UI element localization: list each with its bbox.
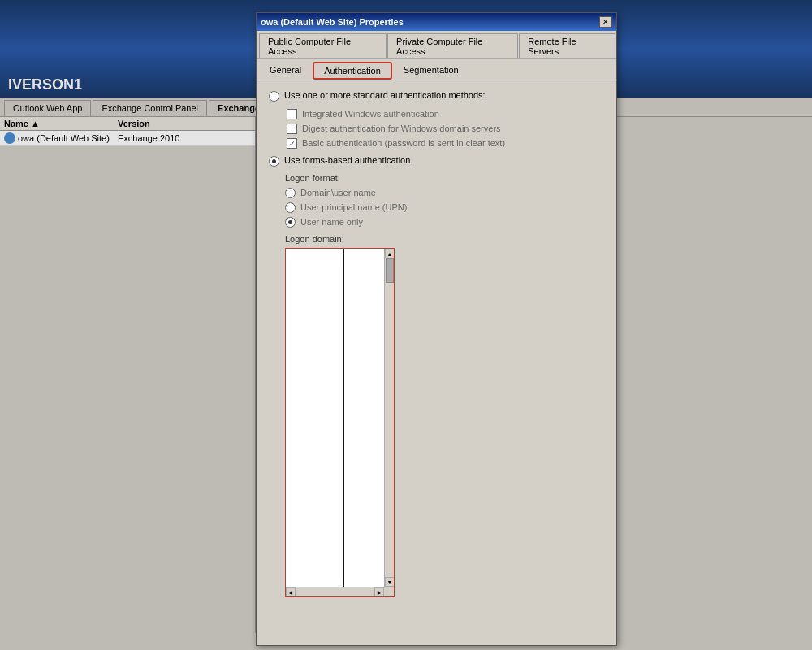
- logon-format-label: Logon format:: [285, 173, 604, 183]
- logon-domain-textbox[interactable]: ▲ ▼ ◄ ►: [285, 248, 395, 597]
- properties-dialog: owa (Default Web Site) Properties ✕ Publ…: [256, 12, 617, 646]
- scroll-track-vertical: [385, 258, 394, 577]
- option-forms-based-auth: Use forms-based authentication: [269, 155, 604, 167]
- label-domain-user: Domain\user name: [300, 188, 376, 197]
- label-upn: User principal name (UPN): [300, 202, 407, 212]
- modal-tabs-row2: General Authentication Segmentation: [257, 59, 616, 80]
- scroll-corner: [384, 587, 394, 596]
- scrollbar-vertical[interactable]: ▲ ▼: [384, 249, 394, 587]
- modal-tabs-row1: Public Computer File Access Private Comp…: [257, 31, 616, 59]
- logon-option-domain-user: Domain\user name: [285, 187, 604, 198]
- tab-authentication[interactable]: Authentication: [313, 62, 392, 80]
- tab-private-computer-file-access[interactable]: Private Computer File Access: [387, 33, 518, 58]
- option-forms-based-auth-label: Use forms-based authentication: [284, 155, 410, 165]
- logon-option-upn: User principal name (UPN): [285, 202, 604, 213]
- radio-forms-based-auth[interactable]: [269, 156, 279, 167]
- radio-standard-auth[interactable]: [269, 91, 279, 102]
- sub-option-digest-auth: Digest authentication for Windows domain…: [287, 123, 604, 134]
- tab-segmentation[interactable]: Segmentation: [393, 62, 469, 80]
- checkbox-digest-auth[interactable]: [287, 124, 297, 134]
- scroll-down-button[interactable]: ▼: [385, 577, 395, 587]
- logon-domain-label: Logon domain:: [285, 234, 604, 244]
- logon-format-section: Logon format: Domain\user name User prin…: [285, 173, 604, 597]
- sub-option-integrated-windows: Integrated Windows authentication: [287, 108, 604, 119]
- label-basic-auth: Basic authentication (password is sent i…: [302, 138, 505, 148]
- modal-title: owa (Default Web Site) Properties: [261, 17, 404, 27]
- label-digest-auth: Digest authentication for Windows domain…: [302, 124, 501, 133]
- label-integrated-windows: Integrated Windows authentication: [302, 109, 439, 119]
- radio-username-only[interactable]: [285, 217, 296, 228]
- modal-overlay: owa (Default Web Site) Properties ✕ Publ…: [0, 0, 812, 650]
- modal-content: Use one or more standard authentication …: [257, 80, 616, 607]
- scroll-right-button[interactable]: ►: [374, 587, 384, 597]
- tab-general[interactable]: General: [259, 62, 312, 80]
- checkbox-integrated-windows[interactable]: [287, 109, 297, 119]
- scrollbar-horizontal[interactable]: ◄ ►: [286, 587, 384, 596]
- checkbox-basic-auth[interactable]: [287, 138, 297, 149]
- tab-public-computer-file-access[interactable]: Public Computer File Access: [259, 33, 387, 58]
- scroll-up-button[interactable]: ▲: [385, 249, 395, 258]
- logon-domain-input-area: [286, 249, 384, 587]
- cursor-line: [343, 249, 344, 587]
- radio-domain-user[interactable]: [285, 188, 296, 198]
- option-standard-auth: Use one or more standard authentication …: [269, 90, 604, 102]
- scroll-track-horizontal: [296, 587, 374, 596]
- label-username-only: User name only: [300, 217, 363, 227]
- scroll-thumb-vertical[interactable]: [386, 258, 394, 283]
- close-button[interactable]: ✕: [599, 16, 612, 28]
- tab-remote-file-servers[interactable]: Remote File Servers: [519, 33, 615, 58]
- scroll-left-button[interactable]: ◄: [286, 587, 296, 597]
- option-standard-auth-label: Use one or more standard authentication …: [284, 90, 486, 100]
- modal-titlebar: owa (Default Web Site) Properties ✕: [257, 13, 616, 31]
- standard-auth-sub-options: Integrated Windows authentication Digest…: [287, 108, 604, 149]
- sub-option-basic-auth: Basic authentication (password is sent i…: [287, 137, 604, 149]
- radio-upn[interactable]: [285, 202, 296, 213]
- logon-option-username-only: User name only: [285, 216, 604, 228]
